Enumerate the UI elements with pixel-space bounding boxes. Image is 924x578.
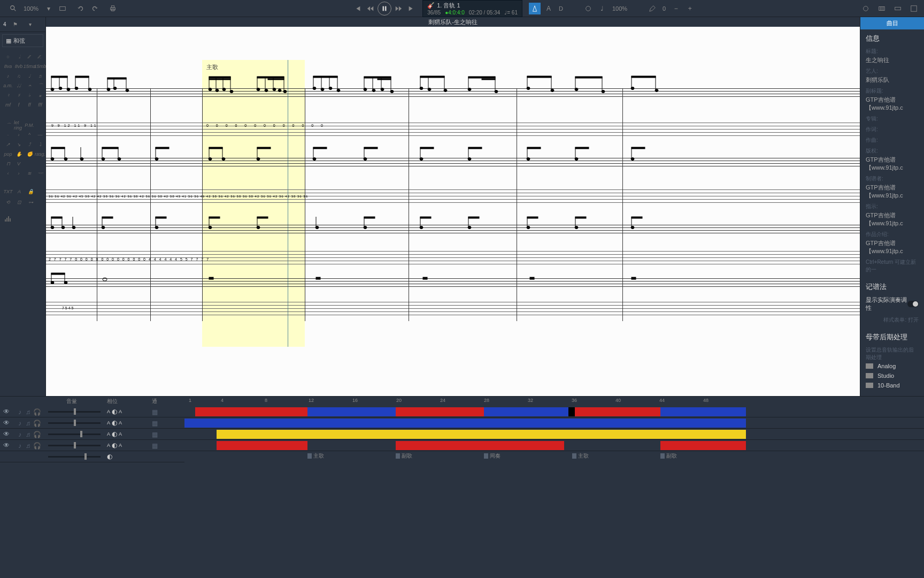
- rewind-icon[interactable]: [365, 3, 376, 14]
- track-lane-3[interactable]: [184, 429, 924, 440]
- tool-auto[interactable]: ⟲: [3, 198, 13, 207]
- volume-slider[interactable]: [48, 445, 101, 446]
- marker[interactable]: 副歌: [660, 452, 677, 460]
- tool-sharp[interactable]: ♯: [14, 91, 24, 100]
- edit-value[interactable]: 0: [660, 5, 668, 12]
- tool-aa[interactable]: A: [14, 187, 24, 196]
- grid-icon[interactable]: ▦: [152, 408, 158, 415]
- tool-dd[interactable]: ♩♩: [14, 81, 24, 90]
- panel-icon[interactable]: [908, 3, 920, 14]
- clip[interactable]: [484, 407, 572, 416]
- solo-icon[interactable]: ♬: [26, 442, 32, 448]
- filter-icon[interactable]: ▾: [25, 19, 36, 31]
- tool-pick1[interactable]: ⊓: [3, 159, 13, 168]
- effect-analog[interactable]: Analog: [866, 361, 919, 371]
- field-instructions-value[interactable]: GTP吉他谱【www.91jtp.c: [866, 211, 919, 227]
- tool-note-2[interactable]: ♫: [14, 72, 24, 80]
- visibility-icon[interactable]: 👁: [0, 430, 13, 438]
- print-icon[interactable]: [107, 3, 119, 14]
- tool-staccato[interactable]: ·: [3, 131, 13, 139]
- stylesheet-link[interactable]: 样式表单: 打开: [866, 316, 919, 324]
- effect-studio[interactable]: Studio: [866, 371, 919, 381]
- marker[interactable]: 副歌: [396, 452, 412, 460]
- grid-icon[interactable]: ▦: [152, 420, 158, 426]
- visibility-icon[interactable]: 👁: [0, 442, 13, 449]
- forward-icon[interactable]: [392, 3, 404, 14]
- headphone-icon[interactable]: 🎧: [33, 408, 40, 415]
- tempo-note-icon[interactable]: ♩: [596, 3, 608, 14]
- skip-end-icon[interactable]: [405, 3, 417, 14]
- fretboard-icon[interactable]: [876, 3, 888, 14]
- clip[interactable]: [396, 407, 484, 416]
- tool-slide2[interactable]: ↘: [14, 140, 24, 149]
- timeline-ruler[interactable]: 1 4 8 12 16 20 24 28 32 36 40 44 48: [184, 397, 924, 406]
- headphone-icon[interactable]: 🎧: [33, 420, 40, 426]
- tool-link[interactable]: ⊶: [26, 198, 35, 207]
- tool-natural[interactable]: ♮: [3, 91, 13, 100]
- search-icon[interactable]: [7, 3, 19, 14]
- display-tuning-toggle[interactable]: 显示实际演奏调性: [866, 296, 919, 312]
- marker[interactable]: 间奏: [484, 452, 500, 460]
- field-artist-value[interactable]: 刺猬乐队: [866, 76, 919, 84]
- mute-icon[interactable]: ♪: [18, 442, 25, 448]
- pan-knob-icon[interactable]: ◐: [112, 408, 117, 415]
- panel-tab-song[interactable]: 曲目: [860, 17, 924, 29]
- field-notes-value[interactable]: GTP吉他谱【www.91jtp.c: [866, 239, 919, 255]
- tool-acc[interactable]: a.m.: [3, 81, 13, 90]
- visibility-icon[interactable]: 👁: [0, 419, 13, 427]
- marker[interactable]: 主歌: [307, 452, 324, 460]
- mute-icon[interactable]: ♪: [18, 408, 25, 415]
- mute-icon[interactable]: ♪: [18, 431, 25, 437]
- solo-icon[interactable]: ♬: [26, 420, 32, 426]
- tool-note-3[interactable]: ♩: [25, 72, 34, 80]
- visibility-icon[interactable]: 👁: [0, 408, 13, 415]
- tool-pick2[interactable]: V: [14, 159, 24, 168]
- score-view[interactable]: 刺猬乐队-生之响往 主歌: [46, 17, 860, 396]
- clip[interactable]: [195, 407, 307, 416]
- clip[interactable]: [217, 430, 746, 439]
- tool-double-sharp[interactable]: 𝄪: [35, 91, 45, 100]
- tool-f[interactable]: f: [14, 101, 24, 109]
- effect-10band[interactable]: 10-Band: [866, 381, 919, 390]
- tool-mf[interactable]: mf: [3, 101, 13, 109]
- tool-blank3[interactable]: [35, 159, 45, 168]
- fit-icon[interactable]: [57, 3, 68, 14]
- tool-slide3[interactable]: ⤴: [25, 140, 34, 149]
- tool-eq-icon[interactable]: [3, 214, 13, 223]
- clip[interactable]: [184, 419, 746, 428]
- tool-chord2[interactable]: ⊡: [14, 198, 24, 207]
- field-copyright-value[interactable]: GTP吉他谱【www.91jtp.c: [866, 156, 919, 172]
- clip[interactable]: [575, 407, 660, 416]
- clip[interactable]: [660, 441, 746, 450]
- tool-whole-note[interactable]: ○: [3, 52, 13, 61]
- volume-slider[interactable]: [48, 434, 101, 435]
- tool-blank1[interactable]: [35, 121, 45, 130]
- tool-8vb[interactable]: 8vb: [14, 62, 24, 71]
- track-info-display[interactable]: 🎸1. 音轨 1 36/85 ●4:0:4:0 02:20 / 05:34 ♩=…: [422, 0, 522, 17]
- plus-icon[interactable]: +: [684, 3, 696, 14]
- countdown-icon[interactable]: A: [543, 3, 555, 14]
- field-subtitle-value[interactable]: GTP吉他谱【www.91jtp.c: [866, 96, 919, 112]
- zoom-dropdown-icon[interactable]: ▾: [43, 3, 55, 14]
- track-master[interactable]: ◐: [0, 451, 184, 462]
- volume-slider[interactable]: [48, 422, 101, 424]
- redo-icon[interactable]: [89, 3, 101, 14]
- pencil-icon[interactable]: [646, 3, 658, 14]
- master-volume-slider[interactable]: [48, 456, 101, 458]
- voice-number[interactable]: 4: [3, 21, 6, 27]
- skip-start-icon[interactable]: [352, 3, 364, 14]
- chord-button[interactable]: ▦ 和弦: [2, 34, 43, 47]
- metronome-icon[interactable]: [529, 3, 541, 14]
- track-lane-2[interactable]: [184, 417, 924, 429]
- keyboard-icon[interactable]: [892, 3, 904, 14]
- tool-note-1[interactable]: ♪: [3, 72, 13, 80]
- headphone-icon[interactable]: 🎧: [33, 431, 40, 437]
- clip[interactable]: [660, 407, 746, 416]
- tool-palm[interactable]: ✊: [25, 150, 34, 158]
- track-header-1[interactable]: 👁 ♪♬🎧 A◐A ▦: [0, 406, 184, 417]
- tool-lock[interactable]: 🔒: [26, 187, 35, 196]
- tool-fermata[interactable]: 𝄐: [25, 81, 34, 90]
- track-header-2[interactable]: 👁 ♪♬🎧 A◐A ▦: [0, 417, 184, 429]
- pan-knob-icon[interactable]: ◐: [107, 453, 112, 460]
- pause-button[interactable]: [378, 2, 391, 16]
